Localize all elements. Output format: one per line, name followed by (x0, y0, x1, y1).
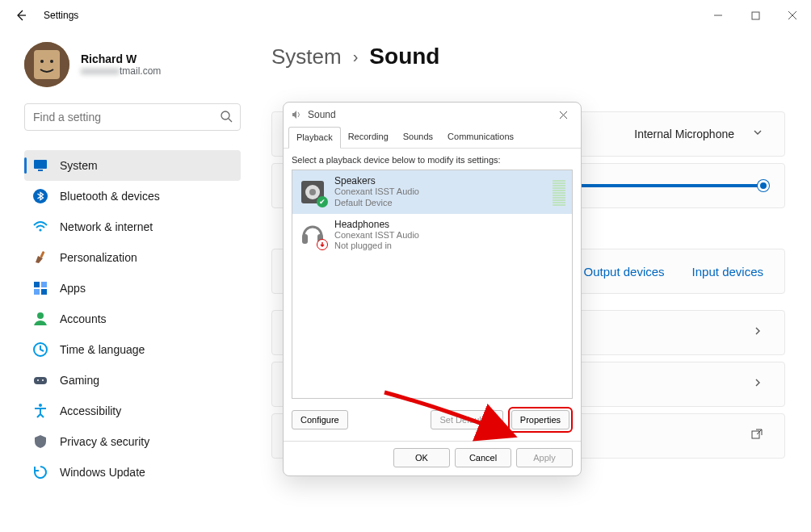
account-email: xxxxxxxxtmail.com (81, 65, 161, 77)
svg-rect-10 (40, 251, 44, 258)
svg-rect-12 (41, 282, 47, 287)
svg-rect-25 (302, 234, 308, 244)
svg-point-24 (309, 189, 316, 195)
apps-icon (32, 280, 48, 296)
monitor-icon (32, 157, 48, 174)
window-controls (700, 2, 811, 28)
wifi-icon (32, 219, 48, 235)
tab-recording[interactable]: Recording (341, 127, 396, 148)
sidebar-item-windows-update[interactable]: Windows Update (24, 457, 241, 488)
properties-button[interactable]: Properties (511, 410, 569, 429)
sidebar-item-gaming[interactable]: Gaming (24, 365, 241, 396)
dialog-titlebar: Sound (284, 103, 581, 127)
sidebar-item-time-language[interactable]: Time & language (24, 334, 241, 365)
svg-point-3 (40, 60, 44, 63)
device-icon: ✔ (299, 178, 326, 206)
svg-rect-7 (38, 170, 43, 171)
close-button[interactable] (774, 2, 811, 28)
sidebar-item-label: Apps (60, 282, 86, 295)
set-default-button: Set Default▾ (431, 410, 502, 429)
svg-point-4 (50, 60, 53, 63)
chevron-down-icon (752, 127, 763, 141)
sound-dialog: Sound PlaybackRecordingSoundsCommunicati… (283, 102, 582, 476)
avatar (24, 42, 69, 87)
tab-sounds[interactable]: Sounds (396, 127, 440, 148)
input-dropdown-label: Internal Microphone (634, 128, 734, 140)
clock-icon (32, 341, 48, 358)
ok-button[interactable]: OK (393, 448, 450, 467)
account-block[interactable]: Richard W xxxxxxxxtmail.com (24, 42, 241, 87)
breadcrumb-parent[interactable]: System (271, 44, 342, 69)
input-devices-link[interactable]: Input devices (692, 265, 763, 279)
sidebar-item-system[interactable]: System (24, 150, 241, 181)
shield-icon (32, 434, 48, 450)
update-icon (32, 464, 48, 480)
dialog-instruction: Select a playback device below to modify… (292, 155, 573, 165)
sidebar-item-label: Gaming (60, 374, 99, 387)
output-devices-link[interactable]: Output devices (584, 265, 665, 279)
back-button[interactable] (10, 4, 32, 27)
sidebar-item-label: System (60, 159, 98, 172)
sidebar-item-accessibility[interactable]: Accessibility (24, 396, 241, 426)
open-external-icon (750, 428, 763, 444)
brush-icon (32, 249, 48, 266)
svg-point-15 (37, 312, 44, 319)
maximize-icon (751, 11, 760, 20)
tab-communications[interactable]: Communications (440, 127, 521, 148)
sidebar-item-network-internet[interactable]: Network & internet (24, 212, 241, 242)
svg-point-20 (39, 404, 42, 407)
page-title: Sound (369, 44, 439, 69)
apply-button: Apply (516, 448, 573, 467)
close-icon (788, 10, 797, 20)
titlebar: Settings (0, 0, 811, 31)
bluetooth-icon (32, 188, 48, 204)
sidebar-item-privacy-security[interactable]: Privacy & security (24, 426, 241, 457)
chevron-down-icon: ▾ (494, 415, 499, 425)
device-icon (299, 221, 326, 249)
minimize-button[interactable] (700, 2, 737, 28)
annotation-highlight: Properties (508, 407, 573, 433)
device-name: Headphones (334, 219, 419, 230)
back-arrow-icon (15, 9, 27, 22)
sidebar-item-personalization[interactable]: Personalization (24, 242, 241, 273)
sidebar-item-label: Bluetooth & devices (60, 190, 160, 203)
level-meter (553, 178, 565, 206)
device-row[interactable]: Headphones Conexant ISST AudioNot plugge… (292, 214, 572, 258)
search-box (24, 103, 241, 131)
configure-button[interactable]: Configure (292, 410, 348, 429)
sidebar-item-apps[interactable]: Apps (24, 273, 241, 304)
maximize-button[interactable] (737, 2, 774, 28)
search-input[interactable] (24, 103, 241, 131)
svg-rect-6 (34, 160, 47, 169)
search-icon (220, 110, 233, 126)
minimize-icon (713, 10, 723, 20)
device-list[interactable]: ✔ Speakers Conexant ISST AudioDefault De… (292, 170, 573, 399)
svg-point-9 (39, 228, 41, 231)
sidebar-item-label: Accounts (60, 312, 107, 325)
device-row[interactable]: ✔ Speakers Conexant ISST AudioDefault De… (292, 170, 572, 214)
svg-rect-11 (34, 282, 40, 287)
cancel-button[interactable]: Cancel (455, 448, 511, 467)
speaker-icon (290, 108, 303, 121)
chevron-right-icon (752, 325, 763, 340)
svg-rect-13 (34, 289, 40, 295)
dialog-close-button[interactable] (552, 106, 574, 124)
sidebar-item-label: Accessibility (60, 404, 121, 417)
sidebar-item-accounts[interactable]: Accounts (24, 304, 241, 334)
accessibility-icon (32, 403, 48, 419)
dialog-tabs: PlaybackRecordingSoundsCommunications (284, 127, 581, 149)
sidebar-item-label: Privacy & security (60, 435, 149, 448)
svg-point-5 (221, 111, 229, 119)
sidebar-item-bluetooth-devices[interactable]: Bluetooth & devices (24, 181, 241, 212)
person-icon (32, 311, 48, 327)
tab-playback[interactable]: Playback (288, 127, 341, 149)
svg-rect-14 (41, 289, 47, 295)
app-title: Settings (44, 10, 78, 21)
svg-rect-17 (34, 377, 47, 384)
account-name: Richard W (81, 52, 161, 65)
sidebar-item-label: Time & language (60, 343, 145, 356)
device-sub: Conexant ISST AudioDefault Device (334, 186, 419, 209)
gaming-icon (32, 372, 48, 388)
nav-list: SystemBluetooth & devicesNetwork & inter… (24, 150, 241, 488)
sidebar-item-label: Network & internet (60, 220, 153, 233)
